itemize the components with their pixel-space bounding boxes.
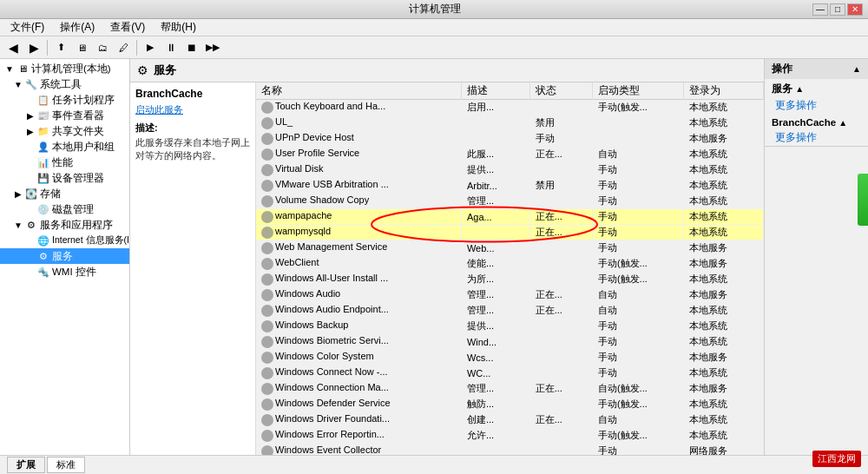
tree-item-devmgr[interactable]: 💾 设备管理器 [0,170,129,186]
table-row[interactable]: Windows Connection Ma...管理...正在...自动(触发.… [256,381,764,397]
back-button[interactable]: ◀ [3,39,23,56]
table-header-row[interactable]: 名称 描述 状态 启动类型 登录为 [256,82,764,100]
tree-item-localuser[interactable]: 👤 本地用户和组 [0,139,129,155]
tree-item-wmi[interactable]: 🔩 WMI 控件 [0,264,129,280]
edit-button[interactable]: 🖊 [114,39,133,56]
table-row[interactable]: Windows Connect Now -...WC...手动本地系统 [256,365,764,381]
table-row[interactable]: Windows All-User Install ...为所...手动(触发..… [256,272,764,287]
ops-subsection-branchcache: BranchCache ▲ [765,114,868,129]
tree-label-perf: 性能 [52,156,73,169]
ops-title-main: 操作 [772,62,792,76]
tree-label-svcapp: 服务和应用程序 [40,219,113,232]
table-row[interactable]: User Profile Service此服...正在...自动本地系统 [256,147,764,162]
table-row[interactable]: Windows Driver Foundati...创建...正在...自动本地… [256,412,764,428]
tree-label-devmgr: 设备管理器 [52,172,104,185]
table-row[interactable]: WebClient使能...手动(触发...本地服务 [256,256,764,272]
services-panel-title: 服务 [154,63,176,78]
forward2-button[interactable]: ▶▶ [203,39,222,56]
tree-item-services[interactable]: ⚙ 服务 [0,248,129,264]
col-header-status[interactable]: 状态 [529,82,592,100]
window-controls[interactable]: — □ ✕ [812,3,863,16]
devmgr-icon: 💾 [36,171,50,185]
tree-label-task: 任务计划程序 [52,94,115,107]
menu-file[interactable]: 文件(F) [3,19,51,36]
tree-item-shared[interactable]: ▶ 📁 共享文件夹 [0,123,129,139]
tree-item-iis[interactable]: 🌐 Internet 信息服务(IIS) [0,233,129,248]
info-panel: BranchCache 启动此服务 描述: 此服务缓存来自本地子网上对等方的网络… [130,82,256,455]
perf-icon: 📊 [36,155,50,169]
tab-standard[interactable]: 标准 [47,457,85,473]
ops-header-main[interactable]: 操作 ▲ [765,59,868,79]
expand-icon: ▶ [24,111,36,121]
services-table-body: Touch Keyboard and Ha...启用...手动(触发...本地系… [256,100,764,456]
tab-extended[interactable]: 扩展 [7,457,45,473]
table-row[interactable]: Windows Error Reportin...允许...手动(触发...本地… [256,428,764,444]
table-row[interactable]: wampmysqld正在...手动本地系统 [256,225,764,240]
tree-item-storage[interactable]: ▶ 💽 存储 [0,186,129,201]
tree-item-svcapp[interactable]: ▼ ⚙ 服务和应用程序 [0,217,129,233]
start-service-link[interactable]: 启动此服务 [135,103,250,116]
event-icon: 📰 [36,109,50,122]
col-header-logon[interactable]: 登录为 [684,82,764,100]
up-button[interactable]: ⬆ [51,39,70,56]
table-row[interactable]: Windows Audio Endpoint...管理...正在...自动本地系… [256,303,764,319]
play-button[interactable]: ▶ [141,39,160,56]
tree-item-event[interactable]: ▶ 📰 事件查看器 [0,108,129,123]
iis-icon: 🌐 [36,234,50,247]
menu-action[interactable]: 操作(A) [53,19,102,36]
tree-panel[interactable]: ▼ 🖥 计算机管理(本地) ▼ 🔧 系统工具 📋 任务计划程序 ▶ 📰 事件查看… [0,59,130,455]
expand-icon: ▼ [3,64,16,74]
tree-label-wmi: WMI 控件 [52,266,96,279]
toolbar: ◀ ▶ ⬆ 🖥 🗂 🖊 ▶ ⏸ ⏹ ▶▶ [0,36,868,59]
stop-button[interactable]: ⏹ [182,39,201,56]
table-row[interactable]: Windows Event Collector手动网络服务 [256,444,764,456]
table-row[interactable]: Windows Audio管理...正在...自动本地服务 [256,287,764,303]
col-header-desc[interactable]: 描述 [461,82,529,100]
forward-button[interactable]: ▶ [24,39,43,56]
table-row[interactable]: Virtual Disk提供...手动本地系统 [256,162,764,178]
table-row[interactable]: UL_禁用本地系统 [256,115,764,131]
folder-button[interactable]: 🗂 [93,39,112,56]
minimize-button[interactable]: — [812,3,828,16]
tree-item-tools[interactable]: ▼ 🔧 系统工具 [0,76,129,92]
window-title: 计算机管理 [57,2,812,16]
tree-item-task[interactable]: 📋 任务计划程序 [0,92,129,108]
table-row[interactable]: VMware USB Arbitration ...Arbitr...禁用手动本… [256,178,764,194]
expand-icon: ▶ [12,189,24,199]
tree-item-root[interactable]: ▼ 🖥 计算机管理(本地) [0,61,129,76]
tree-label-disk: 磁盘管理 [52,203,94,216]
table-row[interactable]: Web Management ServiceWeb...手动本地服务 [256,240,764,256]
ops-more-actions-2[interactable]: 更多操作 [765,129,868,146]
pause-button[interactable]: ⏸ [161,39,181,56]
toolbar-separator-1 [47,40,48,56]
ops-section-main: 操作 ▲ 服务 ▲ 更多操作 BranchCache ▲ 更多操作 [765,59,868,147]
table-row[interactable]: Touch Keyboard and Ha...启用...手动(触发...本地系… [256,100,764,115]
table-row[interactable]: Volume Shadow Copy管理...手动本地系统 [256,194,764,209]
status-bar: 扩展 标准 [0,455,868,474]
tree-label-iis: Internet 信息服务(IIS) [52,234,130,247]
table-row[interactable]: Windows Color SystemWcs...手动本地服务 [256,350,764,365]
table-row[interactable]: wampapacheAga...正在...手动本地系统 [256,209,764,225]
menu-help[interactable]: 帮助(H) [154,19,203,36]
show-hide-button[interactable]: 🖥 [72,39,91,56]
close-button[interactable]: ✕ [847,3,863,16]
expand-icon: ▼ [12,221,24,230]
tree-item-disk[interactable]: 💿 磁盘管理 [0,201,129,217]
title-bar: 计算机管理 — □ ✕ [0,0,868,19]
ops-arrow-main: ▲ [852,64,861,74]
services-table-container[interactable]: 名称 描述 状态 启动类型 登录为 Touch Keyboard and Ha.… [256,82,764,455]
table-row[interactable]: Windows Defender Service触防...手动(触发...本地系… [256,397,764,412]
tree-label-shared: 共享文件夹 [52,125,104,138]
table-row[interactable]: UPnP Device Host手动本地服务 [256,131,764,147]
table-row[interactable]: Windows Biometric Servi...Wind...手动本地系统 [256,334,764,350]
table-row[interactable]: Windows Backup提供...手动本地系统 [256,319,764,334]
shared-icon: 📁 [36,124,50,138]
col-header-name[interactable]: 名称 [256,82,461,100]
menu-view[interactable]: 查看(V) [103,19,152,36]
svcapp-icon: ⚙ [24,218,38,232]
ops-arrow-services: ▲ [795,84,804,94]
col-header-startup[interactable]: 启动类型 [592,82,683,100]
tree-item-perf[interactable]: 📊 性能 [0,155,129,170]
ops-more-actions-1[interactable]: 更多操作 [765,97,868,114]
maximize-button[interactable]: □ [830,3,845,16]
